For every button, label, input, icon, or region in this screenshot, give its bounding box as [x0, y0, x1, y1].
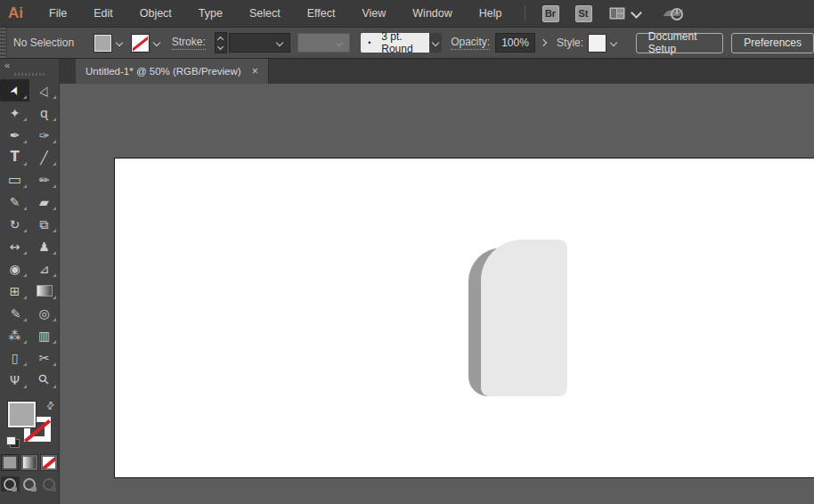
canvas[interactable]: [60, 84, 814, 504]
direct-selection-tool-icon: ▷: [37, 84, 51, 97]
menu-object[interactable]: Object: [126, 1, 185, 27]
document-area: Untitled-1* @ 50% (RGB/Preview) ×: [60, 59, 814, 504]
workspace-switcher[interactable]: [609, 7, 640, 20]
chevron-right-icon: [540, 39, 547, 46]
rectangle-tool[interactable]: ▭: [0, 168, 29, 191]
opacity-input[interactable]: 100%: [495, 33, 535, 53]
brush-definition-field[interactable]: • 3 pt. Round: [361, 33, 429, 53]
width-profile-dropdown: [297, 33, 350, 53]
stroke-color-dropdown[interactable]: [151, 34, 163, 52]
curvature-tool[interactable]: ✑: [29, 124, 59, 146]
symbol-sprayer-tool[interactable]: ⁂: [0, 324, 29, 346]
menu-effect[interactable]: Effect: [294, 1, 349, 27]
opacity-panel-link[interactable]: Opacity:: [451, 36, 490, 50]
line-segment-tool[interactable]: ╱: [29, 146, 59, 168]
zoom-tool[interactable]: ⚲: [29, 369, 59, 391]
chevron-down-icon: [116, 39, 123, 46]
panel-grip[interactable]: [14, 73, 45, 76]
default-fill-stroke-icon[interactable]: [6, 436, 20, 448]
chevron-down-icon: [336, 39, 343, 46]
width-tool-icon: ↔: [10, 240, 20, 253]
stroke-color-swatch[interactable]: [132, 35, 149, 52]
symbol-sprayer-tool-icon: ⁂: [9, 329, 21, 342]
gradient-tool[interactable]: ▤: [29, 280, 59, 302]
gradient-tool-icon: ▤: [37, 285, 53, 297]
paint-type-row: [0, 455, 59, 470]
none-button[interactable]: [41, 455, 57, 470]
fill-indicator[interactable]: [8, 402, 36, 427]
pen-tool[interactable]: ✒: [0, 124, 29, 146]
hand-tool[interactable]: Ψ: [0, 369, 29, 391]
tool-grid: ➤▷✦ɋ✒✑T╱▭✏✎▰↻⧉↔♟◉⊿⊞▤✐◎⁂▥▯✂Ψ⚲: [0, 79, 59, 391]
stroke-weight-dropdown[interactable]: [229, 33, 291, 53]
style-swatch[interactable]: [589, 35, 606, 52]
workspace-layout-icon: [609, 7, 625, 20]
panel-collapse-button[interactable]: «: [0, 59, 59, 70]
stock-button[interactable]: St: [575, 5, 592, 22]
type-tool-icon: T: [10, 150, 19, 164]
chevron-down-icon: [631, 7, 642, 19]
menu-file[interactable]: File: [36, 1, 80, 27]
stroke-panel-link[interactable]: Stroke:: [172, 36, 206, 50]
brush-definition-dropdown[interactable]: [429, 33, 442, 53]
selection-tool-icon: ➤: [7, 84, 21, 97]
shaper-tool[interactable]: ✎: [0, 191, 29, 213]
controlbar-grip[interactable]: [0, 28, 7, 58]
bridge-button[interactable]: Br: [542, 5, 559, 22]
fill-color-dropdown[interactable]: [113, 34, 126, 52]
shape-body[interactable]: [481, 240, 567, 396]
paintbrush-tool[interactable]: ✏: [29, 168, 59, 191]
menu-window[interactable]: Window: [399, 1, 465, 27]
draw-normal-button[interactable]: [1, 476, 20, 492]
swap-fill-stroke-icon[interactable]: ⇄: [44, 399, 58, 413]
artboard-tool-icon: ▯: [12, 352, 19, 364]
menu-help[interactable]: Help: [466, 1, 516, 27]
slice-tool-icon: ✂: [39, 352, 50, 364]
zoom-tool-icon: ⚲: [36, 371, 52, 387]
menu-type[interactable]: Type: [185, 1, 236, 27]
eraser-tool-icon: ▰: [39, 196, 49, 208]
artboard-tool[interactable]: ▯: [0, 346, 29, 369]
eyedropper-tool[interactable]: ✐: [0, 302, 29, 324]
draw-behind-icon: [23, 478, 36, 491]
puppet-warp-tool[interactable]: ♟: [29, 235, 59, 257]
style-label: Style:: [557, 37, 583, 49]
pen-tool-icon: ✒: [10, 129, 20, 142]
type-tool[interactable]: T: [0, 146, 29, 168]
document-tab[interactable]: Untitled-1* @ 50% (RGB/Preview) ×: [76, 59, 269, 84]
eyedropper-tool-icon: ✐: [8, 308, 20, 319]
draw-behind-button[interactable]: [20, 476, 39, 492]
mesh-tool[interactable]: ⊞: [0, 280, 29, 302]
width-tool[interactable]: ↔: [0, 235, 29, 257]
column-graph-tool-icon: ▥: [38, 329, 50, 342]
fill-color-swatch[interactable]: [94, 35, 111, 52]
magic-wand-tool[interactable]: ✦: [0, 102, 29, 124]
column-graph-tool[interactable]: ▥: [29, 324, 59, 346]
opacity-dropdown[interactable]: [537, 34, 549, 52]
menu-items: FileEditObjectTypeSelectEffectViewWindow…: [36, 1, 516, 27]
tab-close-icon[interactable]: ×: [252, 66, 258, 77]
perspective-grid-tool[interactable]: ⊿: [29, 257, 59, 280]
menu-view[interactable]: View: [348, 1, 399, 27]
rotate-tool[interactable]: ↻: [0, 213, 29, 235]
selection-tool[interactable]: ➤: [0, 79, 29, 102]
menu-edit[interactable]: Edit: [80, 1, 126, 27]
slice-tool[interactable]: ✂: [29, 346, 59, 369]
lasso-tool[interactable]: ɋ: [29, 102, 59, 124]
blend-tool[interactable]: ◎: [29, 302, 59, 324]
gradient-button[interactable]: [21, 455, 37, 470]
scale-tool[interactable]: ⧉: [29, 213, 59, 235]
shaper-tool-icon: ✎: [10, 196, 20, 208]
stroke-weight-stepper[interactable]: [215, 32, 227, 53]
document-setup-button[interactable]: Document Setup: [636, 33, 723, 53]
direct-selection-tool[interactable]: ▷: [29, 79, 59, 102]
illustrator-window: Ai FileEditObjectTypeSelectEffectViewWin…: [0, 0, 814, 504]
artboard[interactable]: [114, 158, 814, 478]
menu-select[interactable]: Select: [236, 1, 294, 27]
shape-builder-tool[interactable]: ◉: [0, 257, 29, 280]
preferences-button[interactable]: Preferences: [731, 33, 814, 53]
color-button[interactable]: [2, 455, 18, 470]
style-dropdown[interactable]: [607, 34, 620, 52]
creative-cloud-sync-icon[interactable]: [662, 5, 685, 21]
eraser-tool[interactable]: ▰: [29, 191, 59, 213]
